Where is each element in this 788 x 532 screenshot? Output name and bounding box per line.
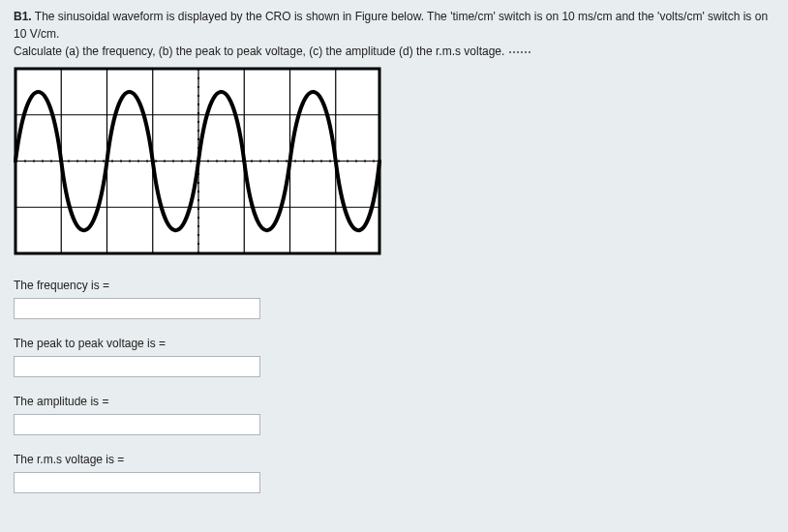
oscilloscope-svg <box>14 67 381 255</box>
answer-group-rms: The r.m.s voltage is = <box>14 453 774 493</box>
label-frequency: The frequency is = <box>14 279 774 292</box>
annotation-mark: ⋯⋯ <box>508 44 531 61</box>
answer-group-peak-to-peak: The peak to peak voltage is = <box>14 337 774 377</box>
input-peak-to-peak[interactable] <box>14 356 260 377</box>
question-text-line2: Calculate (a) the frequency, (b) the pea… <box>14 44 504 58</box>
input-frequency[interactable] <box>14 298 260 319</box>
answer-group-amplitude: The amplitude is = <box>14 395 774 435</box>
answer-group-frequency: The frequency is = <box>14 279 774 319</box>
label-amplitude: The amplitude is = <box>14 395 774 408</box>
question-text-line1: The sinusoidal waveform is displayed by … <box>14 10 768 41</box>
label-peak-to-peak: The peak to peak voltage is = <box>14 337 774 350</box>
input-amplitude[interactable] <box>14 414 260 435</box>
question-header: B1. The sinusoidal waveform is displayed… <box>14 8 774 61</box>
oscilloscope-figure <box>14 67 381 255</box>
input-rms[interactable] <box>14 472 260 493</box>
label-rms: The r.m.s voltage is = <box>14 453 774 466</box>
question-number: B1. <box>14 10 32 23</box>
